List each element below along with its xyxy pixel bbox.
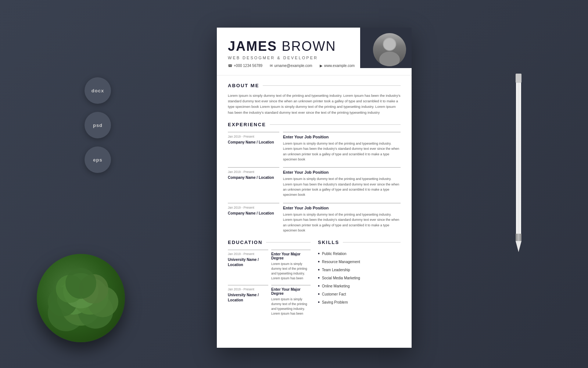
last-name: BROWN xyxy=(282,39,336,54)
email-icon: ✉ xyxy=(270,64,273,68)
svg-point-13 xyxy=(384,38,395,50)
exp-date-3: Jan 2019 - Present xyxy=(228,206,279,209)
experience-section: EXPERIENCE Jan 2019 - Present Company Na… xyxy=(228,122,401,233)
edu-right-1: Enter Your Major Degree Lorem Ipsum is s… xyxy=(271,250,311,280)
svg-point-12 xyxy=(379,52,400,66)
website-icon: ▶ xyxy=(320,64,323,68)
about-section: ABOUT ME Lorem Ipsum is simply dummy tex… xyxy=(228,83,401,115)
docx-badge: docx xyxy=(85,77,111,104)
edu-left-1: Jan 2019 - Present University Name / Loc… xyxy=(228,250,268,280)
exp-right-1: Enter Your Job Position Lorem Ipsum is s… xyxy=(283,132,401,162)
skill-item-3: Team Leadership xyxy=(318,266,401,274)
exp-entry-3: Jan 2019 - Present Company Name / Locati… xyxy=(228,203,401,233)
exp-desc-2: Lorem Ipsum is simply dummy text of the … xyxy=(283,176,401,198)
about-title: ABOUT ME xyxy=(228,83,401,88)
svg-point-10 xyxy=(65,268,96,299)
exp-right-3: Enter Your Job Position Lorem Ipsum is s… xyxy=(283,203,401,233)
experience-title: EXPERIENCE xyxy=(228,122,401,127)
phone-contact: ☎ +000 1234 56789 xyxy=(228,64,262,68)
email-contact: ✉ urname@example.com xyxy=(270,64,312,68)
resume-header: JAMES BROWN WEB DESOGMER & DEVELOPER ☎ +… xyxy=(217,28,412,75)
resume-paper: JAMES BROWN WEB DESOGMER & DEVELOPER ☎ +… xyxy=(217,28,412,348)
edu-date-1: Jan 2019 - Present xyxy=(228,252,268,256)
psd-badge: psd xyxy=(85,112,111,138)
pencil-body xyxy=(516,79,521,234)
education-section: EDUCATION Jan 2019 - Present University … xyxy=(228,240,311,320)
pencil-decoration xyxy=(515,74,522,258)
plant-decoration xyxy=(37,254,132,350)
skill-item-1: Public Relation xyxy=(318,250,401,258)
edu-desc-1: Lorem Ipsum is simply dummy text of the … xyxy=(271,262,311,280)
edu-entry-2: Jan 2019 - Present University Name / Loc… xyxy=(228,285,311,316)
education-title: EDUCATION xyxy=(228,240,311,245)
exp-position-3: Enter Your Job Position xyxy=(283,206,401,210)
first-name: JAMES xyxy=(228,39,277,54)
skill-item-5: Online Marketing xyxy=(318,282,401,290)
edu-degree-1: Enter Your Major Degree xyxy=(271,252,311,260)
skill-item-7: Saving Problem xyxy=(318,298,401,306)
pencil-tip xyxy=(516,241,521,252)
exp-date-2: Jan 2019 - Present xyxy=(228,170,279,174)
edu-entry-1: Jan 2019 - Present University Name / Loc… xyxy=(228,250,311,280)
exp-entry-1: Jan 2019 - Present Company Name / Locati… xyxy=(228,132,401,162)
exp-company-1: Company Name / Location xyxy=(228,140,279,145)
exp-desc-3: Lorem Ipsum is simply dummy text of the … xyxy=(283,212,401,233)
exp-company-2: Company Name / Location xyxy=(228,175,279,180)
bottom-section: EDUCATION Jan 2019 - Present University … xyxy=(228,240,401,320)
exp-left-1: Jan 2019 - Present Company Name / Locati… xyxy=(228,132,279,162)
exp-left-2: Jan 2019 - Present Company Name / Locati… xyxy=(228,167,279,198)
exp-company-3: Company Name / Location xyxy=(228,211,279,216)
skill-item-4: Social Media Marketing xyxy=(318,274,401,282)
profile-photo xyxy=(373,33,406,66)
exp-entry-2: Jan 2019 - Present Company Name / Locati… xyxy=(228,167,401,198)
skill-item-6: Customer Fact xyxy=(318,290,401,298)
edu-right-2: Enter Your Major Degree Lorem Ipsum is s… xyxy=(271,285,311,316)
exp-position-2: Enter Your Job Position xyxy=(283,170,401,174)
exp-right-2: Enter Your Job Position Lorem Ipsum is s… xyxy=(283,167,401,198)
edu-university-1: University Name / Location xyxy=(228,257,268,268)
exp-desc-1: Lorem Ipsum is simply dummy text of the … xyxy=(283,141,401,162)
exp-date-1: Jan 2019 - Present xyxy=(228,135,279,138)
exp-left-3: Jan 2019 - Present Company Name / Locati… xyxy=(228,203,279,233)
resume-body: ABOUT ME Lorem Ipsum is simply dummy tex… xyxy=(217,75,412,328)
skills-section: SKILLS Public Relation Resource Manageme… xyxy=(318,240,401,320)
plant-visual xyxy=(37,254,125,342)
website-contact: ▶ www.example.com xyxy=(320,64,355,68)
profile-silhouette xyxy=(373,33,406,66)
skills-list: Public Relation Resource Management Team… xyxy=(318,250,401,306)
edu-degree-2: Enter Your Major Degree xyxy=(271,287,311,296)
phone-icon: ☎ xyxy=(228,64,232,68)
exp-position-1: Enter Your Job Position xyxy=(283,135,401,139)
edu-date-2: Jan 2019 - Present xyxy=(228,287,268,291)
eps-badge: eps xyxy=(85,146,111,173)
website-url: www.example.com xyxy=(324,64,355,68)
format-badges: docx psd eps xyxy=(85,77,111,173)
email-address: urname@example.com xyxy=(274,64,312,68)
pencil-eraser xyxy=(516,74,521,83)
edu-desc-2: Lorem Ipsum is simply dummy text of the … xyxy=(271,297,311,316)
phone-number: +000 1234 56789 xyxy=(234,64,262,68)
skills-title: SKILLS xyxy=(318,240,401,245)
pencil-band xyxy=(516,234,521,241)
about-text: Lorem Ipsum is simply dummy text of the … xyxy=(228,93,401,115)
edu-university-2: University Name / Location xyxy=(228,293,268,303)
edu-left-2: Jan 2019 - Present University Name / Loc… xyxy=(228,285,268,316)
skill-item-2: Resource Management xyxy=(318,258,401,266)
